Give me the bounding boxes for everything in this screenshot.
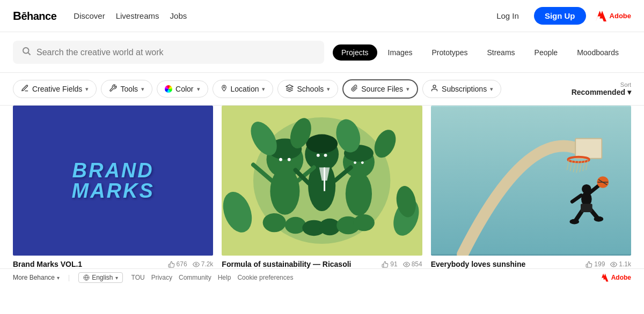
logo[interactable]: Bēhance [13,9,56,23]
filter-source-files[interactable]: Source Files ▾ [342,79,418,99]
svg-line-1 [28,53,30,55]
more-behance-label[interactable]: More Behance [13,274,55,281]
svg-point-61 [594,216,603,222]
nav-discover[interactable]: Discover [74,11,105,20]
search-icon [21,46,31,58]
eye-icon-2 [403,261,410,268]
gallery-section: BRANDMARKS Brand Marks VOL.1 676 7.2k [0,106,644,268]
tab-prototypes[interactable]: Prototypes [423,44,477,61]
tab-moodboards[interactable]: Moodboards [568,44,627,61]
filter-color-label: Color [175,85,193,93]
search-tabs: Projects Images Prototypes Streams Peopl… [333,44,627,61]
filter-location[interactable]: Location ▾ [213,80,274,98]
search-section: Projects Images Prototypes Streams Peopl… [0,32,644,73]
chevron-down-icon-2: ▾ [141,86,144,93]
footer-link-help[interactable]: Help [218,274,231,281]
card-meta-3: Everybody loves sunshine 199 1.1k [431,256,631,268]
sort-value[interactable]: Recommended ▾ [572,88,631,96]
signup-button[interactable]: Sign Up [534,7,586,25]
card-image-1: BRANDMARKS [13,106,213,256]
card-title-3: Everybody loves sunshine [431,260,526,268]
person-icon [430,84,438,94]
thumbsup-icon-3 [586,261,592,268]
svg-rect-42 [575,138,602,158]
school-icon [286,84,294,94]
filter-tools[interactable]: Tools ▾ [101,80,152,98]
footer: More Behance ▾ | English ▾ TOU Privacy C… [0,268,644,286]
eye-icon-3 [610,261,617,268]
chevron-down-icon-6: ▾ [406,86,409,93]
search-bar [13,41,324,64]
svg-point-28 [324,154,327,157]
footer-link-community[interactable]: Community [179,274,211,281]
tools-icon [109,84,117,94]
filter-location-label: Location [231,85,259,93]
adobe-label: Adobe [610,12,631,20]
tab-streams[interactable]: Streams [478,44,523,61]
header: Bēhance Discover Livestreams Jobs Log In… [0,0,644,32]
svg-point-63 [613,263,614,265]
tab-images[interactable]: Images [379,44,421,61]
filter-color[interactable]: Color ▾ [157,80,208,98]
chevron-down-icon-5: ▾ [327,86,330,93]
footer-dropdown-icon: ▾ [57,275,60,281]
card-image-2 [222,106,422,256]
svg-point-40 [406,263,407,265]
card-title-1: Brand Marks VOL.1 [13,260,82,268]
filter-subscriptions[interactable]: Subscriptions ▾ [422,80,501,98]
chevron-down-icon-4: ▾ [262,86,265,93]
footer-adobe-label: Adobe [611,274,631,281]
chevron-down-icon-3: ▾ [197,86,200,93]
card-meta-1: Brand Marks VOL.1 676 7.2k [13,256,213,268]
search-input[interactable] [36,48,316,57]
svg-point-32 [285,217,306,234]
gallery-card-1[interactable]: BRANDMARKS Brand Marks VOL.1 676 7.2k [13,106,213,268]
filter-creative-fields[interactable]: Creative Fields ▾ [13,80,97,98]
filter-schools-label: Schools [297,85,324,93]
svg-point-3 [195,263,197,265]
tab-people[interactable]: People [526,44,567,61]
filter-source-files-label: Source Files [361,85,403,93]
chevron-down-icon: ▾ [85,86,89,93]
svg-point-25 [279,158,282,161]
eye-icon-1 [193,261,200,268]
filter-tools-label: Tools [120,85,138,93]
brush-icon [21,84,29,94]
filters-bar: Creative Fields ▾ Tools ▾ Color ▾ Locati… [0,73,644,106]
filter-creative-fields-label: Creative Fields [32,85,82,93]
thumbsup-icon [168,261,175,268]
illustration-svg [222,106,422,256]
card-image-3 [431,106,631,256]
filter-subscriptions-label: Subscriptions [442,85,487,93]
footer-link-privacy[interactable]: Privacy [151,274,172,281]
tab-projects[interactable]: Projects [333,44,377,61]
svg-point-29 [354,161,356,164]
card-meta-2: Formula of sustainability — Ricasoli 91 … [222,256,422,268]
card-views-2: 854 [403,260,422,268]
card-views-1: 7.2k [193,260,214,268]
nav-jobs[interactable]: Jobs [170,11,187,20]
nav-livestreams[interactable]: Livestreams [116,11,159,20]
svg-point-0 [23,48,29,54]
language-selector[interactable]: English ▾ [78,272,122,283]
svg-point-26 [288,158,291,161]
svg-point-27 [317,154,320,157]
filter-schools[interactable]: Schools ▾ [277,80,338,98]
footer-link-tou[interactable]: TOU [131,274,145,281]
svg-point-13 [306,134,338,153]
svg-point-36 [354,214,375,231]
brand-marks-visual: BRANDMARKS [61,149,165,212]
gallery-card-2[interactable]: Formula of sustainability — Ricasoli 91 … [222,106,422,268]
adobe-logo: Adobe [595,10,631,23]
sort-label: Sort [620,82,631,88]
header-right: Log In Sign Up Adobe [490,7,631,25]
gallery-grid: BRANDMARKS Brand Marks VOL.1 676 7.2k [13,106,631,268]
sort-section: Sort Recommended ▾ [572,82,631,96]
footer-links: TOU Privacy Community Help Cookie prefer… [131,274,294,281]
login-button[interactable]: Log In [490,8,525,24]
footer-link-cookies[interactable]: Cookie preferences [237,274,293,281]
chevron-down-icon-7: ▾ [490,86,493,93]
paperclip-icon [351,84,358,94]
gallery-card-3[interactable]: Everybody loves sunshine 199 1.1k [431,106,631,268]
card-views-3: 1.1k [610,260,631,268]
